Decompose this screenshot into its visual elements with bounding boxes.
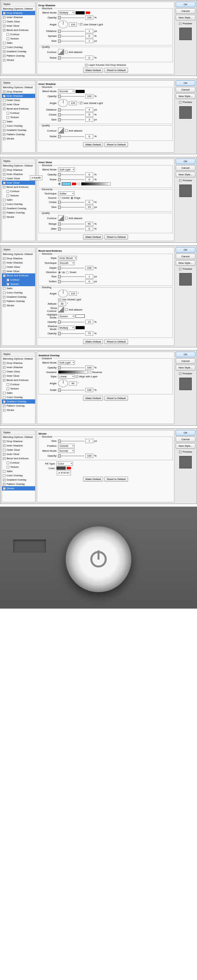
blending-options-item[interactable]: Blending Options: Default xyxy=(2,85,35,89)
edge-radio[interactable] xyxy=(71,197,73,199)
style-item-stroke[interactable]: Stroke xyxy=(2,408,35,412)
gradient-picker[interactable] xyxy=(81,182,111,186)
color-swatch[interactable] xyxy=(62,182,71,186)
preview-checkbox[interactable] xyxy=(179,101,181,103)
style-checkbox-patternOverlay[interactable] xyxy=(3,55,6,57)
style-item-texture[interactable]: Texture xyxy=(2,387,35,391)
style-item-satin[interactable]: Satin xyxy=(2,286,35,291)
style-checkbox-innerGlow[interactable] xyxy=(3,181,6,184)
distance-input[interactable]: 1 xyxy=(85,29,93,33)
style-item-innerShadow[interactable]: Inner Shadow xyxy=(2,94,35,98)
style-checkbox-bevelEmboss[interactable] xyxy=(3,186,6,188)
style-checkbox-gradientOverlay[interactable] xyxy=(3,50,6,53)
angle-input[interactable]: 120 xyxy=(69,291,77,296)
new-style-button[interactable]: New Style... xyxy=(176,260,195,266)
noise-input[interactable]: 0 xyxy=(85,56,93,60)
style-checkbox-satin[interactable] xyxy=(3,287,6,290)
style-checkbox-satin[interactable] xyxy=(3,42,6,45)
global-light-checkbox[interactable] xyxy=(80,23,82,25)
size-input[interactable]: 1 xyxy=(85,439,93,443)
style-checkbox-dropShadow[interactable] xyxy=(3,362,6,364)
style-checkbox-dropShadow[interactable] xyxy=(3,257,6,260)
style-checkbox-outerGlow[interactable] xyxy=(3,99,6,102)
style-item-contour[interactable]: Contour xyxy=(2,461,35,465)
style-item-contour[interactable]: Contour xyxy=(2,189,35,193)
style-item-texture[interactable]: Texture xyxy=(2,282,35,286)
blend-mode-dropdown[interactable]: Soft Light xyxy=(58,361,75,365)
style-checkbox-patternOverlay[interactable] xyxy=(3,483,6,485)
noise-slider[interactable] xyxy=(58,57,84,58)
style-item-texture[interactable]: Texture xyxy=(2,465,35,469)
style-checkbox-texture[interactable] xyxy=(6,194,9,197)
style-item-contour[interactable]: Contour xyxy=(2,382,35,387)
size-input[interactable]: 3 xyxy=(85,118,93,122)
style-checkbox-texture[interactable] xyxy=(6,466,9,468)
style-checkbox-gradientOverlay[interactable] xyxy=(3,400,6,403)
style-checkbox-colorOverlay[interactable] xyxy=(3,203,6,205)
angle-dial[interactable] xyxy=(58,379,68,387)
style-item-texture[interactable]: Texture xyxy=(2,193,35,198)
style-item-innerGlow[interactable]: Inner Glow xyxy=(2,269,35,274)
new-style-button[interactable]: New Style... xyxy=(176,172,195,177)
h-opacity-slider[interactable] xyxy=(58,322,84,322)
noise-slider[interactable] xyxy=(58,179,84,180)
style-checkbox-outerGlow[interactable] xyxy=(3,177,6,180)
style-checkbox-bevelEmboss[interactable] xyxy=(3,29,6,32)
size-slider[interactable] xyxy=(58,119,84,120)
style-item-gradientOverlay[interactable]: Gradient Overlay xyxy=(2,478,35,482)
cancel-button[interactable]: Cancel xyxy=(176,87,195,92)
style-checkbox-texture[interactable] xyxy=(6,388,9,390)
preview-checkbox[interactable] xyxy=(179,22,181,25)
style-item-innerGlow[interactable]: Inner Glow xyxy=(2,102,35,107)
style-checkbox-bevelEmboss[interactable] xyxy=(3,457,6,460)
style-checkbox-satin[interactable] xyxy=(3,392,6,395)
depth-slider[interactable] xyxy=(58,268,84,269)
noise-slider[interactable] xyxy=(58,136,84,137)
technique-dropdown[interactable]: Smooth xyxy=(58,261,74,265)
ok-button[interactable]: OK xyxy=(176,352,195,357)
antialias-checkbox[interactable] xyxy=(65,217,68,220)
style-checkbox-colorOverlay[interactable] xyxy=(3,125,6,127)
angle-input[interactable]: 90 xyxy=(69,381,77,385)
style-item-outerGlow[interactable]: Outer Glow xyxy=(2,448,35,452)
scale-input[interactable]: 100 xyxy=(85,388,93,392)
style-checkbox-innerGlow[interactable] xyxy=(3,453,6,456)
style-checkbox-satin[interactable] xyxy=(3,199,6,201)
shadow-mode-dropdown[interactable]: Multiply xyxy=(58,326,74,330)
style-item-bevelEmboss[interactable]: Bevel and Emboss xyxy=(2,185,35,189)
style-item-colorOverlay[interactable]: Color Overlay xyxy=(2,202,35,206)
angle-dial[interactable] xyxy=(58,21,68,28)
style-item-dropShadow[interactable]: Drop Shadow xyxy=(2,89,35,94)
style-item-gradientOverlay[interactable]: Gradient Overlay xyxy=(2,295,35,299)
cancel-button[interactable]: Cancel xyxy=(176,436,195,442)
style-item-dropShadow[interactable]: Drop Shadow xyxy=(2,439,35,444)
position-dropdown[interactable]: Outside xyxy=(58,444,74,448)
opacity-slider[interactable] xyxy=(58,368,84,368)
style-checkbox-contour[interactable] xyxy=(6,278,9,281)
style-item-dropShadow[interactable]: Drop Shadow xyxy=(2,361,35,365)
cancel-button[interactable]: Cancel xyxy=(176,165,195,171)
style-item-patternOverlay[interactable]: Pattern Overlay xyxy=(2,299,35,303)
knockout-checkbox[interactable] xyxy=(85,64,88,67)
angle-dial[interactable] xyxy=(58,290,68,298)
preview-checkbox[interactable] xyxy=(179,179,181,182)
style-item-dropShadow[interactable]: Drop Shadow xyxy=(2,168,35,172)
new-style-button[interactable]: New Style... xyxy=(176,443,195,449)
style-checkbox-colorOverlay[interactable] xyxy=(3,396,6,399)
style-checkbox-patternOverlay[interactable] xyxy=(3,133,6,136)
jitter-slider[interactable] xyxy=(58,229,84,229)
style-item-patternOverlay[interactable]: Pattern Overlay xyxy=(2,132,35,137)
blending-options-item[interactable]: Blending Options: Default xyxy=(2,164,35,168)
style-item-satin[interactable]: Satin xyxy=(2,469,35,473)
style-checkbox-stroke[interactable] xyxy=(3,216,6,218)
style-item-satin[interactable]: Satin xyxy=(2,41,35,45)
ok-button[interactable]: OK xyxy=(176,159,195,164)
style-item-gradientOverlay[interactable]: Gradient Overlay xyxy=(2,128,35,132)
style-item-texture[interactable]: Texture xyxy=(2,37,35,41)
style-item-satin[interactable]: Satin xyxy=(2,391,35,395)
align-checkbox[interactable] xyxy=(76,375,78,378)
style-checkbox-gradientOverlay[interactable] xyxy=(3,296,6,298)
make-default-button[interactable]: Make Default xyxy=(83,68,103,73)
contour-picker[interactable] xyxy=(58,49,64,55)
style-item-outerGlow[interactable]: Outer Glow xyxy=(2,265,35,269)
